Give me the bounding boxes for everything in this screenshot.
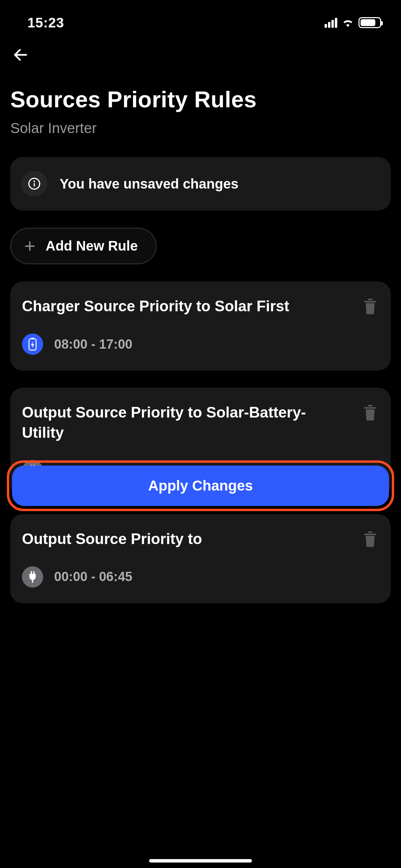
plus-icon [24, 240, 36, 252]
arrow-left-icon [13, 47, 28, 62]
back-button[interactable] [10, 45, 31, 65]
info-icon [21, 171, 47, 197]
apply-changes-highlight: Apply Changes [7, 460, 394, 511]
battery-icon [359, 17, 381, 28]
trash-icon [361, 530, 379, 549]
rule-title: Output Source Priority to [22, 529, 353, 549]
delete-rule-button[interactable] [361, 403, 379, 423]
unsaved-changes-banner: You have unsaved changes [10, 157, 391, 210]
delete-rule-button[interactable] [361, 530, 379, 549]
trash-icon [361, 403, 379, 423]
rule-card[interactable]: Output Source Priority to 00:00 - 06:45 [10, 514, 391, 603]
status-time: 15:23 [27, 15, 64, 31]
svg-point-1 [34, 181, 35, 182]
rule-time: 08:00 - 17:00 [54, 337, 132, 352]
home-indicator[interactable] [149, 859, 252, 863]
page-title: Sources Priority Rules [10, 86, 391, 112]
wifi-icon [342, 18, 354, 27]
rule-title: Output Source Priority to Solar-Battery-… [22, 402, 353, 443]
rule-time: 00:00 - 06:45 [54, 569, 132, 584]
rule-title: Charger Source Priority to Solar First [22, 296, 353, 316]
svg-rect-2 [34, 183, 35, 186]
cellular-signal-icon [325, 18, 337, 28]
banner-text: You have unsaved changes [60, 176, 239, 192]
add-new-rule-button[interactable]: Add New Rule [10, 228, 157, 264]
rule-card[interactable]: Charger Source Priority to Solar First 0… [10, 281, 391, 371]
delete-rule-button[interactable] [361, 297, 379, 316]
plug-icon [22, 566, 43, 588]
trash-icon [361, 297, 379, 316]
apply-changes-button[interactable]: Apply Changes [12, 466, 389, 506]
svg-rect-4 [31, 338, 34, 339]
battery-charging-icon [22, 334, 43, 355]
status-indicators [325, 17, 381, 28]
page-subtitle: Solar Inverter [10, 120, 391, 136]
add-button-label: Add New Rule [46, 238, 138, 254]
status-bar: 15:23 [0, 0, 401, 38]
apply-changes-label: Apply Changes [148, 478, 253, 494]
